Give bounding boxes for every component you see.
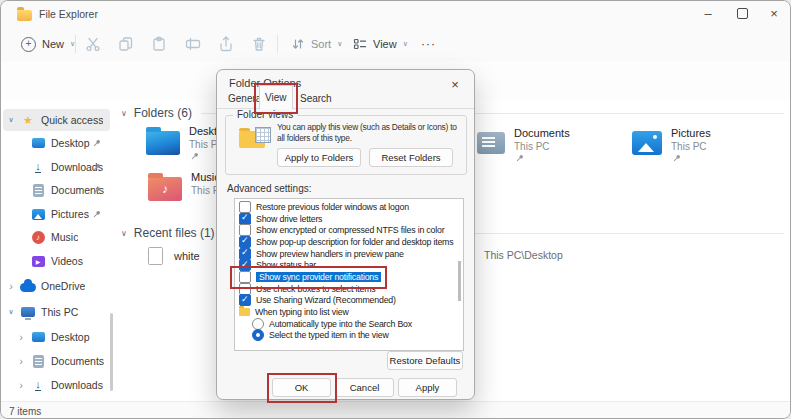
maximize-button[interactable] xyxy=(725,1,759,26)
sidebar-item-label: OneDrive xyxy=(41,280,85,292)
sidebar-scrollbar[interactable] xyxy=(110,313,113,391)
pin-icon xyxy=(91,138,102,149)
advanced-setting-row[interactable]: Show pop-up description for folder and d… xyxy=(235,236,463,248)
advanced-setting-row[interactable]: Select the typed item in the view xyxy=(235,330,463,342)
advanced-setting-label: Show encrypted or compressed NTFS files … xyxy=(256,225,444,235)
sidebar-item-this-pc[interactable]: ∨ This PC xyxy=(3,301,110,323)
sidebar-item-pc-desktop[interactable]: › Desktop xyxy=(3,326,110,348)
paste-icon[interactable] xyxy=(151,36,167,52)
radio-icon[interactable] xyxy=(252,329,264,341)
pin-icon xyxy=(671,153,682,164)
chevron-right-icon[interactable]: › xyxy=(3,280,19,292)
chevron-down-icon[interactable]: ∨ xyxy=(121,229,127,238)
pictures-icon xyxy=(32,209,45,220)
sidebar-item-onedrive[interactable]: › OneDrive xyxy=(3,275,110,297)
sidebar-item-pc-documents[interactable]: › Documents xyxy=(3,350,110,372)
file-path-text: This PC\Desktop xyxy=(484,249,563,261)
pin-icon xyxy=(514,153,525,164)
advanced-setting-row[interactable]: Show preview handlers in preview pane xyxy=(235,248,463,260)
checkbox-icon[interactable] xyxy=(239,213,251,225)
sidebar-item-documents[interactable]: Documents xyxy=(3,179,110,201)
view-icon xyxy=(353,37,367,51)
sidebar-item-label: Pictures xyxy=(51,208,89,220)
sidebar-item-downloads[interactable]: ↓ Downloads xyxy=(3,156,110,178)
folder-views-icon xyxy=(239,127,271,149)
checkbox-icon[interactable] xyxy=(239,201,251,213)
sidebar-item-pc-downloads[interactable]: › ↓ Downloads xyxy=(3,374,110,396)
cancel-button[interactable]: Cancel xyxy=(335,378,394,397)
more-options-button[interactable]: ··· xyxy=(413,31,444,57)
copy-icon[interactable] xyxy=(118,36,134,52)
plus-icon: + xyxy=(21,37,36,52)
checkbox-icon[interactable] xyxy=(239,248,251,260)
chevron-down-icon[interactable]: ∨ xyxy=(3,308,19,316)
window-title: File Explorer xyxy=(39,8,98,20)
advanced-setting-label: Show pop-up description for folder and d… xyxy=(256,237,453,247)
recent-file-white[interactable]: white xyxy=(148,247,200,265)
navigation-pane: ∨ ★ Quick access Desktop ↓ Downloads Doc… xyxy=(1,99,114,401)
sidebar-item-label: Desktop xyxy=(51,331,90,343)
dialog-close-button[interactable]: × xyxy=(446,75,464,93)
sidebar-item-quick-access[interactable]: ∨ ★ Quick access xyxy=(3,109,110,131)
sidebar-item-music[interactable]: ♪ Music xyxy=(3,226,110,248)
documents-icon xyxy=(33,184,44,197)
toolbar-divider xyxy=(277,35,278,53)
advanced-setting-label: Show preview handlers in preview pane xyxy=(256,249,404,259)
downloads-icon: ↓ xyxy=(35,162,41,173)
delete-icon[interactable] xyxy=(251,36,267,52)
grid-view-icon xyxy=(255,127,271,143)
pictures-folder-icon xyxy=(632,131,662,155)
close-window-button[interactable]: × xyxy=(757,1,791,26)
sidebar-item-videos[interactable]: ▶ Videos xyxy=(3,250,110,272)
view-label: View xyxy=(373,38,397,50)
file-explorer-window: File Explorer – × + New ∨ xyxy=(0,0,791,419)
checkbox-icon[interactable] xyxy=(239,224,251,236)
list-scrollbar[interactable] xyxy=(458,261,461,301)
title-bar: File Explorer – × xyxy=(1,1,790,27)
tile-location: This PC xyxy=(671,140,711,153)
advanced-setting-row[interactable]: Restore previous folder windows at logon xyxy=(235,201,463,213)
advanced-setting-row[interactable]: Automatically type into the Search Box xyxy=(235,318,463,330)
chevron-right-icon[interactable]: › xyxy=(13,355,29,367)
restore-defaults-button[interactable]: Restore Defaults xyxy=(387,351,463,370)
apply-button[interactable]: Apply xyxy=(398,378,457,397)
folder-icon xyxy=(239,308,250,316)
checkbox-icon[interactable] xyxy=(239,294,251,306)
chevron-down-icon[interactable]: ∨ xyxy=(121,109,127,118)
apply-to-folders-button[interactable]: Apply to Folders xyxy=(277,148,361,167)
advanced-settings-label: Advanced settings: xyxy=(227,183,312,194)
folder-tile-music[interactable]: ♪ Music This PC xyxy=(148,171,227,201)
sidebar-item-desktop[interactable]: Desktop xyxy=(3,132,110,154)
advanced-setting-label: Use Sharing Wizard (Recommended) xyxy=(256,295,396,305)
advanced-setting-row[interactable]: Show drive letters xyxy=(235,213,463,225)
radio-icon[interactable] xyxy=(252,318,264,330)
sidebar-item-label: This PC xyxy=(41,306,78,318)
chevron-right-icon[interactable]: › xyxy=(13,331,29,343)
toolbar: + New ∨ Sort ∨ xyxy=(1,27,790,62)
tab-search[interactable]: Search xyxy=(295,89,337,107)
advanced-setting-row[interactable]: Show encrypted or compressed NTFS files … xyxy=(235,224,463,236)
sort-button[interactable]: Sort ∨ xyxy=(283,31,350,57)
close-icon: × xyxy=(770,6,778,21)
minimize-button[interactable]: – xyxy=(691,1,725,26)
checkbox-icon[interactable] xyxy=(239,236,251,248)
folder-tile-pictures[interactable]: Pictures This PC xyxy=(632,127,711,164)
downloads-icon: ↓ xyxy=(35,380,41,391)
cut-icon[interactable] xyxy=(85,36,101,52)
advanced-setting-row[interactable]: When typing into list view xyxy=(235,306,463,318)
recent-file-name: white xyxy=(174,250,200,262)
folder-tile-documents[interactable]: Documents This PC xyxy=(477,127,570,164)
status-bar: 7 items xyxy=(1,401,791,419)
new-button[interactable]: + New ∨ xyxy=(13,31,83,57)
reset-folders-button[interactable]: Reset Folders xyxy=(369,148,453,167)
share-icon[interactable] xyxy=(218,36,234,52)
sidebar-item-pictures[interactable]: Pictures xyxy=(3,203,110,225)
pin-icon xyxy=(189,151,200,162)
advanced-setting-label: Show drive letters xyxy=(256,214,322,224)
view-button[interactable]: View ∨ xyxy=(345,31,416,57)
chevron-right-icon[interactable]: › xyxy=(13,379,29,391)
chevron-down-icon[interactable]: ∨ xyxy=(3,116,19,124)
rename-icon[interactable] xyxy=(185,36,201,52)
advanced-setting-row[interactable]: Use Sharing Wizard (Recommended) xyxy=(235,295,463,307)
this-pc-icon xyxy=(21,307,35,317)
